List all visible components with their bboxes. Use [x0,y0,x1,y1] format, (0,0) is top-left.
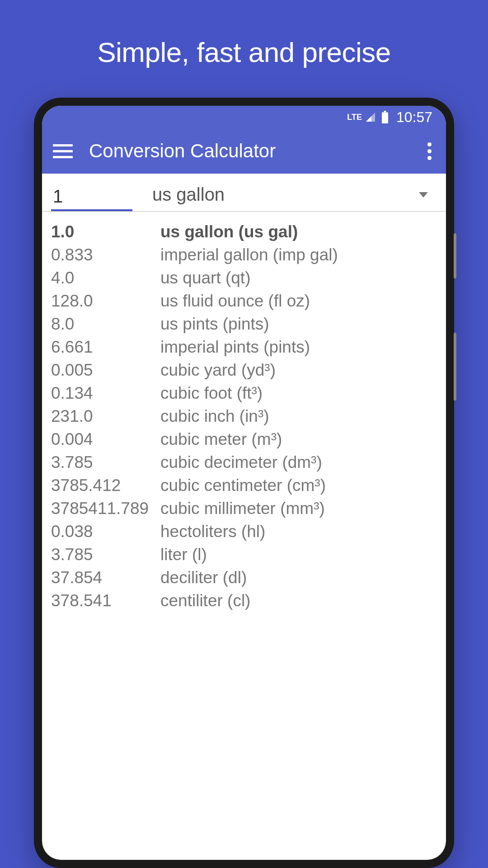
result-unit: imperial pints (pints) [160,338,310,357]
selected-unit-label: us gallon [152,184,225,205]
result-value: 3785411.789 [51,499,160,518]
result-row[interactable]: 0.004cubic meter (m³) [51,430,437,449]
result-value: 4.0 [51,269,160,288]
result-row[interactable]: 3.785liter (l) [51,545,437,564]
result-value: 3.785 [51,545,160,564]
result-unit: cubic decimeter (dm³) [160,453,322,472]
result-row[interactable]: 0.833imperial gallon (imp gal) [51,245,437,264]
app-title: Conversion Calculator [89,140,424,162]
result-unit: cubic centimeter (cm³) [160,476,326,495]
result-row[interactable]: 0.005cubic yard (yd³) [51,361,437,380]
result-value: 378.541 [51,591,160,610]
result-row[interactable]: 0.038hectoliters (hl) [51,522,437,541]
result-unit: cubic inch (in³) [160,407,269,426]
result-value: 8.0 [51,315,160,334]
menu-icon[interactable] [53,141,73,161]
unit-selector[interactable]: us gallon [150,182,437,211]
result-unit: deciliter (dl) [160,568,247,587]
result-value: 231.0 [51,407,160,426]
result-unit: centiliter (cl) [160,591,250,610]
result-row[interactable]: 3.785cubic decimeter (dm³) [51,453,437,472]
result-value: 128.0 [51,292,160,311]
result-row[interactable]: 3785.412cubic centimeter (cm³) [51,476,437,495]
result-unit: cubic millimeter (mm³) [160,499,325,518]
result-unit: liter (l) [160,545,207,564]
result-row[interactable]: 1.0us gallon (us gal) [51,222,437,241]
svg-rect-1 [384,111,386,113]
result-unit: us quart (qt) [160,269,250,288]
status-bar: LTE 10:57 [42,106,446,128]
result-value: 0.005 [51,361,160,380]
result-unit: us pints (pints) [160,315,269,334]
result-row[interactable]: 3785411.789cubic millimeter (mm³) [51,499,437,518]
result-row[interactable]: 231.0cubic inch (in³) [51,407,437,426]
result-row[interactable]: 6.661imperial pints (pints) [51,338,437,357]
result-value: 3.785 [51,453,160,472]
result-unit: hectoliters (hl) [160,522,265,541]
clock: 10:57 [396,109,432,126]
result-value: 37.854 [51,568,160,587]
result-value: 3785.412 [51,476,160,495]
phone-screen: LTE 10:57 Conversion Calculator us gallo… [42,106,446,860]
results-list: 1.0us gallon (us gal)0.833imperial gallo… [42,212,446,625]
result-value: 0.833 [51,245,160,264]
network-indicator: LTE [347,113,362,122]
result-row[interactable]: 378.541centiliter (cl) [51,591,437,610]
input-row: us gallon [42,174,446,212]
result-value: 0.004 [51,430,160,449]
result-unit: cubic yard (yd³) [160,361,276,380]
phone-frame: LTE 10:57 Conversion Calculator us gallo… [34,98,454,868]
chevron-down-icon [419,192,428,198]
result-row[interactable]: 8.0us pints (pints) [51,315,437,334]
result-value: 0.038 [51,522,160,541]
result-value: 6.661 [51,338,160,357]
phone-side-button [454,233,456,278]
result-row[interactable]: 0.134cubic foot (ft³) [51,384,437,403]
result-value: 1.0 [51,222,160,241]
svg-rect-0 [382,113,388,124]
quantity-input[interactable] [51,184,132,211]
signal-icon [365,112,376,123]
result-value: 0.134 [51,384,160,403]
result-row[interactable]: 4.0us quart (qt) [51,269,437,288]
result-unit: us gallon (us gal) [160,222,298,241]
battery-icon [381,111,389,123]
more-options-icon[interactable] [424,139,435,164]
result-unit: cubic foot (ft³) [160,384,263,403]
result-row[interactable]: 128.0us fluid ounce (fl oz) [51,292,437,311]
result-unit: imperial gallon (imp gal) [160,245,338,264]
phone-side-button [454,333,456,401]
result-unit: us fluid ounce (fl oz) [160,292,310,311]
result-unit: cubic meter (m³) [160,430,282,449]
result-row[interactable]: 37.854deciliter (dl) [51,568,437,587]
app-bar: Conversion Calculator [42,128,446,174]
